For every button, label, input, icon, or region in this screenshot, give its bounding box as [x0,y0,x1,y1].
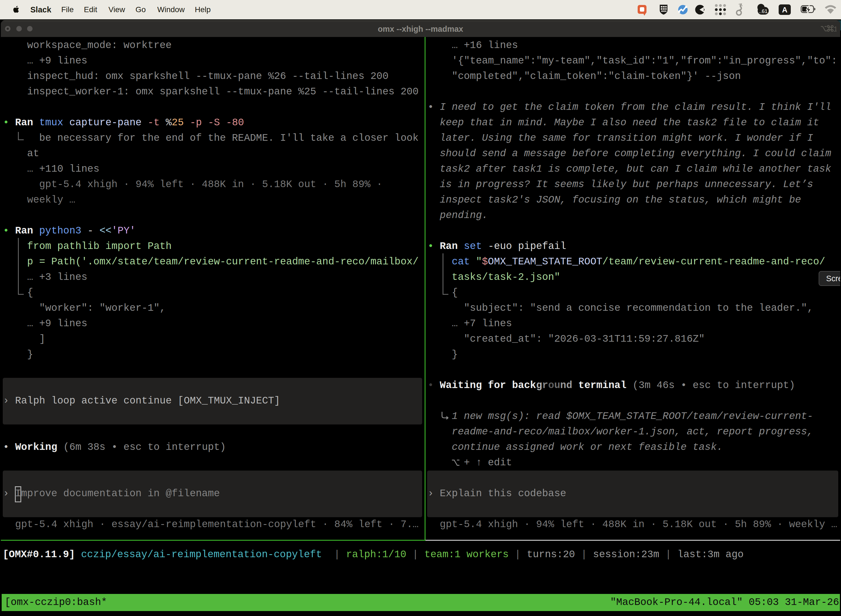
svg-text:..61: ..61 [759,8,768,14]
svg-text:1: 1 [833,25,837,34]
svg-text:A: A [782,6,787,14]
